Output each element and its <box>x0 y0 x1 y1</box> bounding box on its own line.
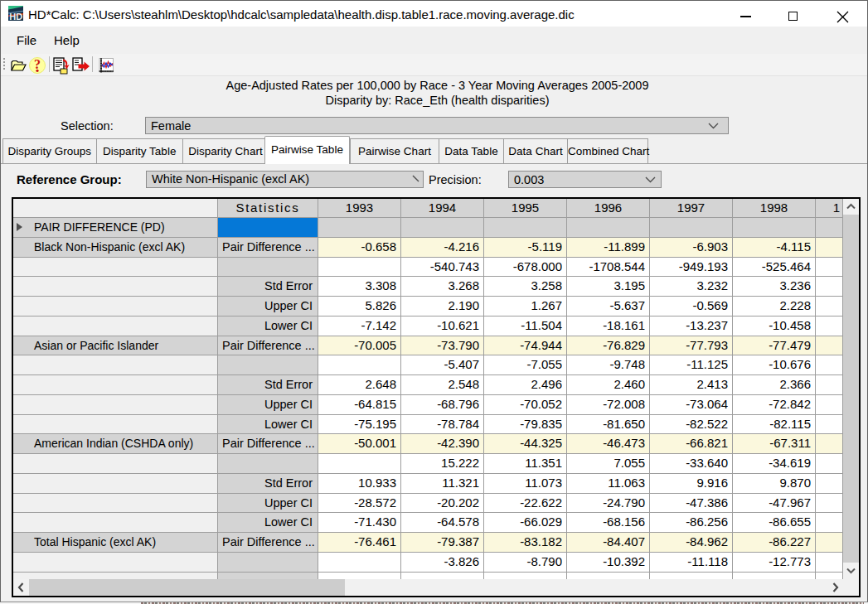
svg-text:?: ? <box>34 57 41 71</box>
svg-text:HD: HD <box>9 12 22 21</box>
